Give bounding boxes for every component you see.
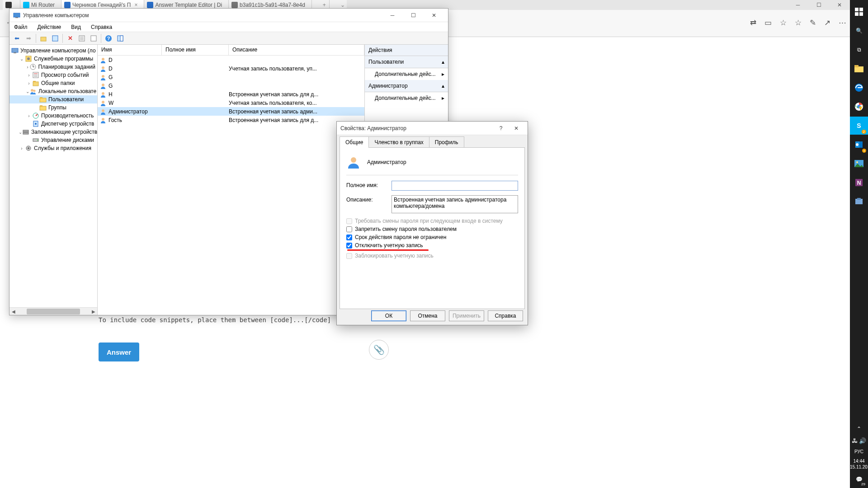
tray-clock[interactable]: 14:4415.11.2018 (850, 456, 868, 472)
tab-general[interactable]: Общие (340, 136, 369, 148)
help-button[interactable]: Справка (488, 310, 523, 321)
close-button[interactable]: ✕ (424, 9, 444, 22)
checkbox[interactable] (346, 235, 352, 240)
actions-section-users[interactable]: Пользователи▴ (365, 56, 448, 68)
app-icon[interactable] (850, 192, 868, 211)
tree-node[interactable]: ›Просмотр событий (9, 71, 97, 79)
tray-network-sound[interactable]: 🖧 🔊 (850, 435, 868, 446)
menu-help[interactable]: Справка (89, 23, 114, 31)
chrome-icon[interactable] (850, 98, 868, 116)
delete-icon[interactable]: ✕ (65, 33, 75, 44)
help-button[interactable]: ? (493, 125, 509, 131)
share-icon[interactable]: ↗ (824, 18, 830, 28)
search-icon[interactable]: 🔍 (850, 22, 868, 40)
user-row[interactable]: HВстроенная учетная запись для д... (98, 90, 364, 99)
tree-node[interactable]: ›Производительность (9, 112, 97, 120)
help-icon[interactable]: ? (103, 33, 114, 44)
twisty-icon[interactable]: › (19, 146, 25, 151)
attach-button[interactable]: 📎 (369, 340, 389, 360)
user-row[interactable]: G (98, 73, 364, 81)
scroll-left-icon[interactable]: ◀ (9, 309, 17, 314)
tree-node[interactable]: Диспетчер устройств (9, 120, 97, 128)
task-view-icon[interactable]: ⧉ (850, 41, 868, 59)
cancel-button[interactable]: Отмена (410, 310, 445, 321)
action-center-icon[interactable]: 💬29 (850, 472, 868, 487)
col-description[interactable]: Описание (229, 45, 364, 55)
properties-icon[interactable] (50, 33, 61, 44)
star-icon[interactable]: ☆ (780, 18, 787, 28)
minimize-button[interactable]: ─ (382, 9, 403, 22)
ok-button[interactable]: ОК (371, 310, 406, 321)
scroll-thumb[interactable] (27, 309, 80, 314)
col-name[interactable]: Имя (98, 45, 162, 55)
mmc-titlebar[interactable]: Управление компьютером ─ ☐ ✕ (9, 9, 448, 22)
user-row[interactable]: D (98, 56, 364, 64)
back-icon[interactable]: ⬅ (11, 33, 22, 44)
twisty-icon[interactable]: ⌄ (26, 89, 29, 94)
user-row[interactable]: АдминистраторВстроенная учетная запись а… (98, 107, 364, 116)
tree-node[interactable]: ⌄Служебные программы (9, 55, 97, 63)
edge-icon[interactable] (850, 79, 868, 97)
tree-node[interactable]: Управление дисками (9, 136, 97, 144)
pane-icon[interactable] (115, 33, 126, 44)
scroll-right-icon[interactable]: ▶ (90, 309, 97, 314)
twisty-icon[interactable]: › (26, 73, 32, 78)
tree-node[interactable]: Управление компьютером (ло (9, 47, 97, 55)
close-button[interactable]: ✕ (509, 125, 524, 131)
more-icon[interactable]: ⋯ (839, 18, 846, 28)
notes-icon[interactable]: ✎ (810, 18, 816, 28)
checkbox-row[interactable]: Запретить смену пароля пользователем (346, 226, 518, 232)
reader-icon[interactable]: ▭ (764, 18, 772, 28)
translate-icon[interactable]: ⇄ (750, 18, 756, 28)
start-button[interactable] (850, 3, 868, 21)
answer-button[interactable]: Answer (99, 343, 139, 361)
tray-chevron-icon[interactable]: ⌃ (850, 423, 868, 434)
maximize-button[interactable]: ☐ (808, 0, 829, 10)
twisty-icon[interactable]: ⌄ (19, 130, 22, 135)
refresh-icon[interactable] (88, 33, 99, 44)
user-row[interactable]: ГостьВстроенная учетная запись для д... (98, 116, 364, 124)
checkbox-row[interactable]: Отключить учетную запись (346, 242, 518, 249)
actions-item-more[interactable]: Дополнительные дейс...▸ (365, 68, 448, 80)
menu-action[interactable]: Действие (36, 23, 63, 31)
menu-file[interactable]: Файл (12, 23, 29, 31)
photos-icon[interactable] (850, 155, 868, 173)
actions-section-admin[interactable]: Администратор▴ (365, 80, 448, 92)
onenote-icon[interactable]: N (850, 174, 868, 192)
checkbox[interactable] (346, 243, 352, 249)
description-input[interactable] (392, 195, 518, 213)
tab-membership[interactable]: Членство в группах (368, 136, 429, 148)
tree-scrollbar[interactable]: ◀ ▶ (9, 307, 97, 315)
tray-language[interactable]: РУС (850, 447, 868, 456)
favorites-icon[interactable]: ☆ (795, 18, 802, 28)
close-button[interactable]: ✕ (829, 0, 850, 10)
twisty-icon[interactable]: › (26, 113, 32, 118)
apply-button[interactable]: Применить (449, 310, 484, 321)
twisty-icon[interactable]: ⌄ (19, 56, 25, 61)
tree-node[interactable]: ›Общие папки (9, 79, 97, 87)
list-icon[interactable] (76, 33, 87, 44)
fullname-input[interactable] (392, 181, 518, 191)
menu-view[interactable]: Вид (69, 23, 83, 31)
tree-node[interactable]: ⌄Локальные пользовате (9, 87, 97, 95)
forward-icon[interactable]: ➡ (23, 33, 34, 44)
checkbox-row[interactable]: Срок действия пароля не ограничен (346, 234, 518, 240)
tree-node[interactable]: ›Службы и приложения (9, 144, 97, 152)
twisty-icon[interactable]: › (26, 81, 32, 86)
dialog-titlebar[interactable]: Свойства: Администратор ? ✕ (337, 122, 528, 135)
skype-icon[interactable]: S2 (850, 117, 868, 135)
explorer-icon[interactable] (850, 60, 868, 78)
checkbox[interactable] (346, 226, 352, 232)
twisty-icon[interactable]: › (26, 65, 29, 70)
user-row[interactable]: G (98, 81, 364, 90)
tree-node[interactable]: Пользователи (9, 95, 97, 103)
minimize-button[interactable]: ─ (788, 0, 808, 10)
tree-node[interactable]: ›Планировщик заданий (9, 63, 97, 71)
maximize-button[interactable]: ☐ (403, 9, 424, 22)
actions-item-more[interactable]: Дополнительные дейс...▸ (365, 92, 448, 104)
tab-profile[interactable]: Профиль (429, 136, 464, 148)
user-row[interactable]: WУчетная запись пользователя, ко... (98, 99, 364, 107)
up-icon[interactable] (38, 33, 49, 44)
user-row[interactable]: DУчетная запись пользователя, уп... (98, 64, 364, 73)
tree-node[interactable]: ⌄Запоминающие устройств (9, 128, 97, 136)
